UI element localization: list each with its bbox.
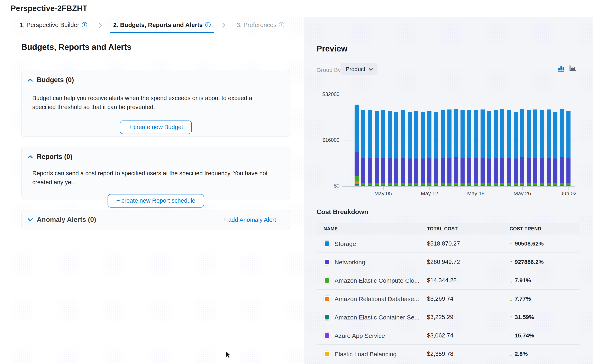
table-row[interactable]: Azure App Service$3,062.74↑15.74% [317, 326, 580, 345]
stacked-bar[interactable] [500, 109, 505, 186]
bar-segment-networking [540, 158, 544, 183]
table-row[interactable]: Networking$260,949.72↑927886.2% [317, 253, 580, 271]
table-row[interactable]: Amazon Relational Database...$3,269.74↓7… [317, 290, 580, 308]
bar-segment-unlabeled-maroon-sliver [454, 186, 458, 186]
bar-segment-storage [368, 110, 372, 158]
bar-segment-networking [434, 158, 438, 183]
table-row[interactable]: Amazon Elastic Container Se...$3,225.29↑… [317, 308, 580, 326]
stacked-bar[interactable] [487, 111, 491, 186]
chevron-up-icon[interactable] [27, 154, 33, 159]
bar-segment-networking [500, 157, 505, 183]
reports-title[interactable]: Reports (0) [37, 153, 72, 161]
add-anomaly-alert-link[interactable]: + add Anomaly Alert [223, 216, 276, 223]
stacked-bar[interactable] [520, 109, 524, 186]
table-row[interactable]: Amazon Elastic Compute Clo...$14,344.28↓… [317, 271, 580, 290]
total-cost-value: $3,269.74 [427, 295, 510, 302]
bar-segment-storage [520, 109, 524, 157]
stacked-bar[interactable] [434, 112, 438, 186]
group-by-dropdown[interactable]: Product [341, 63, 378, 75]
cost-trend-value: 90508.62% [515, 240, 544, 247]
stacked-bar[interactable] [441, 110, 445, 186]
bar-segment-storage [374, 111, 379, 158]
bar-segment-unlabeled-maroon-sliver [434, 186, 438, 186]
product-name: Storage [334, 240, 356, 247]
anomaly-alerts-title[interactable]: Anomaly Alerts (0) [37, 216, 96, 223]
section-heading: Budgets, Reports and Alerts [21, 42, 132, 52]
trend-up-arrow-icon: ↑ [510, 332, 513, 339]
stacked-bar[interactable] [447, 110, 452, 186]
budgets-description: Budget can help you receive alerts when … [32, 94, 275, 112]
stacked-bar[interactable] [381, 110, 385, 186]
bar-segment-networking [407, 158, 412, 183]
stacked-bar[interactable] [388, 111, 392, 186]
stacked-bar[interactable] [355, 104, 359, 186]
stacked-bar[interactable] [374, 111, 379, 186]
bar-segment-unlabeled-maroon-sliver [460, 186, 465, 186]
stacked-bar[interactable] [467, 110, 471, 186]
column-header-total-cost: TOTAL COST [427, 226, 510, 231]
chevron-up-icon[interactable] [27, 78, 33, 82]
stacked-bar[interactable] [368, 110, 372, 186]
stacked-bar[interactable] [394, 112, 398, 186]
bar-segment-unlabeled-maroon-sliver [500, 186, 505, 186]
total-cost-value: $3,225.29 [427, 314, 510, 320]
stacked-bar[interactable] [460, 110, 465, 186]
stacked-bar[interactable] [454, 109, 458, 186]
chevron-down-icon [369, 65, 373, 73]
bar-segment-networking [553, 158, 557, 183]
stacked-bar[interactable] [533, 110, 538, 186]
bar-chart-icon[interactable] [558, 65, 565, 72]
chevron-down-icon[interactable] [27, 217, 33, 222]
legend-color-swatch [324, 295, 330, 302]
table-row[interactable]: Storage$518,870.27↑90508.62% [317, 234, 580, 253]
table-row[interactable]: Elastic Load Balancing$2,359.78↓2.8% [317, 345, 580, 363]
stacked-bar[interactable] [560, 109, 564, 186]
trend-up-arrow-icon: ↑ [510, 313, 513, 320]
cost-trend-value: 31.59% [515, 314, 534, 320]
cost-trend-value: 7.77% [515, 295, 531, 302]
product-name: Elastic Load Balancing [334, 350, 397, 357]
x-axis-tick-label: May 19 [467, 190, 485, 196]
stacked-bar[interactable] [494, 110, 498, 186]
cost-trend-value: 2.8% [515, 351, 528, 357]
trend-up-arrow-icon: ↑ [510, 258, 513, 265]
stacked-bar[interactable] [407, 112, 412, 186]
stacked-bar[interactable] [540, 110, 544, 186]
bar-segment-storage [441, 110, 445, 158]
bar-segment-networking [547, 158, 551, 183]
bar-segment-storage [507, 110, 511, 158]
area-chart-icon[interactable] [569, 65, 576, 72]
total-cost-value: $14,344.28 [427, 277, 510, 284]
stacked-bar[interactable] [547, 109, 551, 186]
create-budget-button[interactable]: + create new Budget [120, 121, 192, 134]
table-header-row: NAME TOTAL COST COST TREND [317, 223, 580, 234]
bar-segment-storage [533, 110, 538, 157]
budgets-title[interactable]: Budgets (0) [37, 76, 74, 84]
bar-segment-unlabeled-maroon-sliver [394, 186, 398, 186]
group-by-label: Group By [317, 67, 341, 73]
bar-segment-storage [434, 112, 438, 159]
stacked-bar[interactable] [474, 110, 478, 186]
bar-segment-networking [507, 158, 511, 183]
stacked-bar[interactable] [553, 112, 557, 186]
bar-segment-unlabeled-maroon-sliver [540, 186, 544, 186]
stacked-bar[interactable] [361, 110, 365, 186]
stacked-bar[interactable] [507, 110, 511, 186]
create-report-schedule-button[interactable]: + create new Report schedule [108, 194, 204, 208]
stacked-bar[interactable] [527, 110, 531, 186]
stacked-bar[interactable] [421, 112, 425, 186]
stacked-bar[interactable] [567, 110, 571, 186]
bar-segment-storage [527, 110, 531, 158]
stacked-bar[interactable] [514, 112, 518, 186]
stacked-bar[interactable] [414, 111, 418, 186]
total-cost-value: $3,062.74 [427, 332, 510, 339]
stacked-bar[interactable] [480, 110, 485, 186]
page-title: Perspective-2FBZHT [11, 4, 87, 13]
bar-segment-networking [520, 157, 524, 183]
product-name: Amazon Relational Database... [334, 295, 419, 302]
product-name: Amazon Elastic Compute Clo... [334, 277, 420, 284]
stacked-bar[interactable] [401, 110, 405, 186]
stacked-bar[interactable] [427, 111, 432, 186]
preview-panel: Preview Group By Product [304, 17, 593, 364]
budgets-card: Budgets (0) Budget can help you receive … [21, 70, 290, 137]
